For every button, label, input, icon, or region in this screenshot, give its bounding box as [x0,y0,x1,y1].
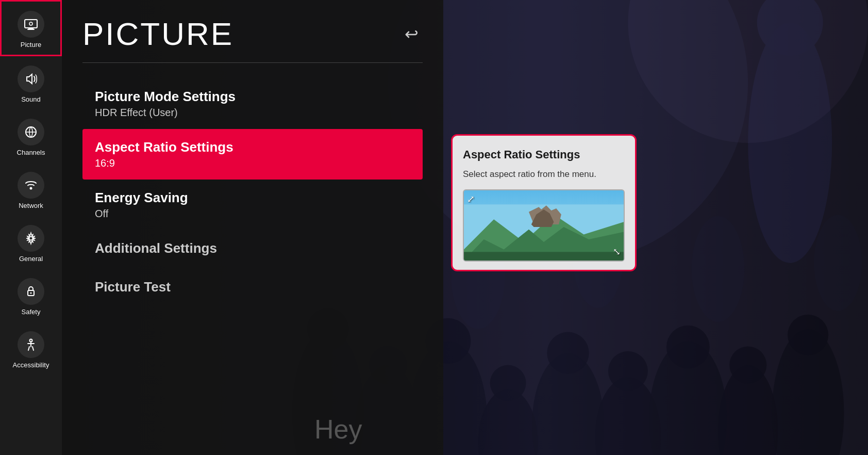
svg-point-5 [30,187,32,190]
tooltip-image: ⤢ ⤡ [463,189,625,262]
sidebar-label-sound: Sound [21,95,41,103]
bottom-text: Hey [314,414,362,445]
menu-item-aspect-ratio[interactable]: Aspect Ratio Settings 16:9 [82,129,423,180]
svg-point-33 [814,215,862,311]
svg-point-28 [788,315,828,355]
picture-mode-title: Picture Mode Settings [95,89,410,105]
sidebar-label-accessibility: Accessibility [13,361,49,369]
svg-rect-1 [28,28,34,29]
picture-mode-subtitle: HDR Effect (User) [95,107,410,119]
tooltip-title: Aspect Ratio Settings [463,148,625,161]
divider [82,62,423,63]
aspect-ratio-title: Aspect Ratio Settings [95,139,410,155]
sidebar-item-picture[interactable]: Picture [0,0,62,56]
sidebar-label-network: Network [19,202,43,209]
sidebar-label-picture: Picture [21,41,41,48]
safety-icon [18,278,44,305]
accessibility-icon [18,331,44,358]
sidebar: Picture Sound Channels [0,0,62,455]
menu-item-additional-settings[interactable]: Additional Settings [82,230,423,269]
sidebar-item-safety[interactable]: Safety [0,269,62,322]
svg-point-32 [692,216,744,322]
sidebar-label-safety: Safety [22,308,41,316]
svg-point-8 [30,293,32,294]
page-title-row: PICTURE ↩ [82,15,423,52]
expand-arrows-br: ⤡ [613,246,621,257]
svg-point-9 [30,339,32,342]
menu-item-picture-mode[interactable]: Picture Mode Settings HDR Effect (User) [82,78,423,129]
menu-list: Picture Mode Settings HDR Effect (User) … [82,78,423,307]
settings-panel: PICTURE ↩ Picture Mode Settings HDR Effe… [62,0,443,455]
expand-arrows-tl: ⤢ [467,193,475,205]
additional-settings-title: Additional Settings [95,240,410,256]
aspect-ratio-subtitle: 16:9 [95,157,410,169]
menu-item-energy-saving[interactable]: Energy Saving Off [82,180,423,230]
picture-icon [18,11,44,38]
sidebar-item-sound[interactable]: Sound [0,56,62,109]
svg-point-3 [29,22,32,25]
tooltip-description: Select aspect ratio from the menu. [463,168,625,181]
sound-icon [18,66,44,92]
svg-point-23 [490,365,526,401]
picture-test-title: Picture Test [95,279,410,295]
sidebar-item-channels[interactable]: Channels [0,109,62,163]
network-icon [18,172,44,199]
aspect-ratio-tooltip: Aspect Ratio Settings Select aspect rati… [451,134,637,271]
svg-point-26 [666,326,710,369]
sidebar-label-general: General [19,255,43,263]
svg-point-27 [729,346,766,383]
svg-point-25 [608,351,648,391]
svg-point-24 [547,332,589,374]
svg-rect-41 [464,252,624,260]
energy-saving-title: Energy Saving [95,190,410,206]
sidebar-item-accessibility[interactable]: Accessibility [0,322,62,375]
sidebar-item-general[interactable]: General [0,216,62,269]
svg-rect-0 [25,20,37,28]
back-button[interactable]: ↩ [400,20,423,48]
energy-saving-subtitle: Off [95,208,410,220]
sidebar-item-network[interactable]: Network [0,163,62,216]
menu-item-picture-test[interactable]: Picture Test [82,269,423,307]
page-title: PICTURE [82,15,233,52]
general-icon [18,225,44,252]
sidebar-label-channels: Channels [17,149,45,156]
channels-icon [18,119,44,145]
svg-rect-2 [27,29,35,30]
